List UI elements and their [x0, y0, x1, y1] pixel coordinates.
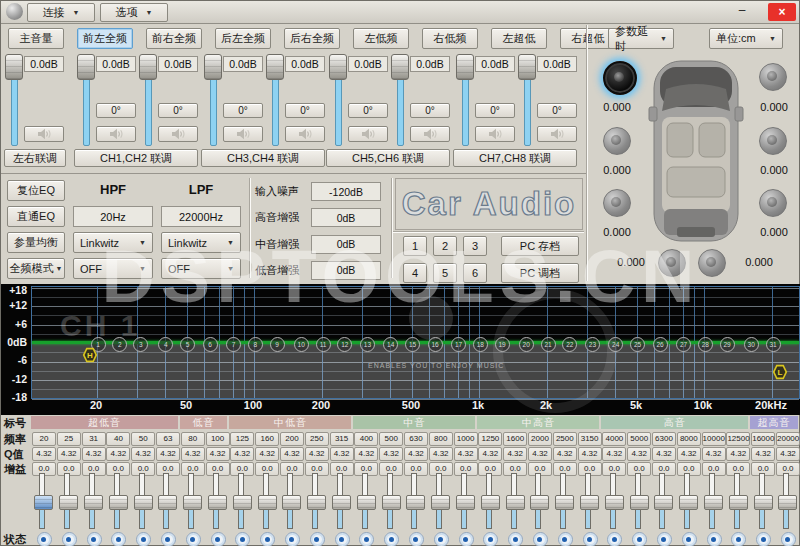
- eq-point-18[interactable]: 18: [473, 337, 488, 352]
- q-cell[interactable]: 4.32: [578, 447, 602, 461]
- q-cell[interactable]: 4.32: [379, 447, 403, 461]
- band-fader[interactable]: [208, 473, 226, 529]
- band-fader[interactable]: [654, 473, 672, 529]
- band-fader-handle[interactable]: [555, 495, 574, 510]
- band-status-radio[interactable]: [657, 532, 672, 546]
- eq-point-2[interactable]: 2: [112, 337, 127, 352]
- freq-cell[interactable]: 8000: [677, 432, 701, 446]
- band-fader[interactable]: [183, 473, 201, 529]
- menu-options[interactable]: 选项▼: [100, 3, 168, 22]
- band-fader[interactable]: [357, 473, 375, 529]
- q-cell[interactable]: 4.32: [726, 447, 750, 461]
- q-cell[interactable]: 4.32: [230, 447, 254, 461]
- freq-cell[interactable]: 5000: [627, 432, 651, 446]
- fader-handle[interactable]: [204, 54, 222, 80]
- band-fader-handle[interactable]: [307, 495, 326, 510]
- q-cell[interactable]: 4.32: [677, 447, 701, 461]
- freq-cell[interactable]: 500: [379, 432, 403, 446]
- band-fader[interactable]: [282, 473, 300, 529]
- band-fader-handle[interactable]: [233, 495, 252, 510]
- band-fader-handle[interactable]: [456, 495, 475, 510]
- band-fader-handle[interactable]: [258, 495, 277, 510]
- band-fader[interactable]: [134, 473, 152, 529]
- q-cell[interactable]: 4.32: [503, 447, 527, 461]
- hpf-freq-field[interactable]: 20Hz: [73, 206, 153, 227]
- q-cell[interactable]: 4.32: [156, 447, 180, 461]
- band-fader[interactable]: [630, 473, 648, 529]
- freq-cell[interactable]: 12500: [726, 432, 750, 446]
- fader-master[interactable]: [4, 54, 22, 146]
- band-fader-handle[interactable]: [183, 495, 202, 510]
- band-fader-handle[interactable]: [357, 495, 376, 510]
- q-cell[interactable]: 4.32: [131, 447, 155, 461]
- menu-connect[interactable]: 连接▼: [27, 3, 95, 22]
- mute-button-ch6[interactable]: [410, 126, 450, 142]
- q-cell[interactable]: 4.32: [181, 447, 205, 461]
- band-status-radio[interactable]: [731, 532, 746, 546]
- phase-button-ch3[interactable]: 0°: [223, 103, 263, 118]
- link-ch3-ch4[interactable]: CH3,CH4 联调: [201, 149, 325, 167]
- freq-cell[interactable]: 125: [230, 432, 254, 446]
- band-fader[interactable]: [605, 473, 623, 529]
- fader-handle[interactable]: [77, 54, 95, 80]
- band-status-radio[interactable]: [384, 532, 399, 546]
- preset-5-button[interactable]: 5: [433, 263, 457, 283]
- mute-button-ch5[interactable]: [348, 126, 388, 142]
- tab-right-bass[interactable]: 右低频: [422, 28, 478, 49]
- band-status-radio[interactable]: [310, 532, 325, 546]
- minimize-button[interactable]: –: [733, 4, 751, 19]
- freq-cell[interactable]: 630: [404, 432, 428, 446]
- speaker-sub-left[interactable]: [658, 249, 686, 277]
- tab-left-sub[interactable]: 左超低: [491, 28, 547, 49]
- preset-3-button[interactable]: 3: [463, 236, 487, 256]
- eq-point-15[interactable]: 15: [405, 337, 420, 352]
- band-fader-handle[interactable]: [158, 495, 177, 510]
- tab-left-bass[interactable]: 左低频: [353, 28, 409, 49]
- band-fader[interactable]: [84, 473, 102, 529]
- lpf-filter-dropdown[interactable]: Linkwitz▼: [161, 232, 241, 253]
- speaker-rear-left[interactable]: [603, 189, 631, 217]
- tab-front-right[interactable]: 前右全频: [146, 28, 202, 49]
- freq-cell[interactable]: 31: [82, 432, 106, 446]
- band-fader-handle[interactable]: [59, 495, 78, 510]
- band-fader-handle[interactable]: [654, 495, 673, 510]
- freq-cell[interactable]: 100: [206, 432, 230, 446]
- freq-cell[interactable]: 16000: [751, 432, 775, 446]
- band-status-radio[interactable]: [62, 532, 77, 546]
- fader-handle[interactable]: [391, 54, 409, 80]
- phase-button-ch5[interactable]: 0°: [348, 103, 388, 118]
- band-status-radio[interactable]: [707, 532, 722, 546]
- band-fader-handle[interactable]: [406, 495, 425, 510]
- band-fader-handle[interactable]: [332, 495, 351, 510]
- freq-cell[interactable]: 50: [131, 432, 155, 446]
- freq-cell[interactable]: 160: [255, 432, 279, 446]
- band-fader-handle[interactable]: [84, 495, 103, 510]
- eq-point-4[interactable]: 4: [158, 337, 173, 352]
- freq-cell[interactable]: 4000: [602, 432, 626, 446]
- eq-point-29[interactable]: 29: [720, 337, 735, 352]
- fader-ch3[interactable]: [203, 54, 221, 146]
- eq-point-31[interactable]: 31: [766, 337, 781, 352]
- q-cell[interactable]: 4.32: [255, 447, 279, 461]
- band-fader-handle[interactable]: [134, 495, 153, 510]
- fader-ch1[interactable]: [76, 54, 94, 146]
- band-fader[interactable]: [406, 473, 424, 529]
- eq-point-22[interactable]: 22: [562, 337, 577, 352]
- eq-point-17[interactable]: 17: [451, 337, 466, 352]
- eq-point-19[interactable]: 19: [495, 337, 510, 352]
- eq-point-13[interactable]: 13: [360, 337, 375, 352]
- link-ch7-ch8[interactable]: CH7,CH8 联调: [453, 149, 577, 167]
- eq-point-27[interactable]: 27: [676, 337, 691, 352]
- band-status-radio[interactable]: [558, 532, 573, 546]
- freq-cell[interactable]: 25: [57, 432, 81, 446]
- preset-6-button[interactable]: 6: [463, 263, 487, 283]
- freq-cell[interactable]: 63: [156, 432, 180, 446]
- q-cell[interactable]: 4.32: [454, 447, 478, 461]
- eq-point-26[interactable]: 26: [653, 337, 668, 352]
- fader-handle[interactable]: [456, 54, 474, 80]
- band-fader[interactable]: [754, 473, 772, 529]
- band-fader-handle[interactable]: [704, 495, 723, 510]
- band-fader-handle[interactable]: [34, 495, 53, 510]
- q-cell[interactable]: 4.32: [776, 447, 800, 461]
- band-status-radio[interactable]: [781, 532, 796, 546]
